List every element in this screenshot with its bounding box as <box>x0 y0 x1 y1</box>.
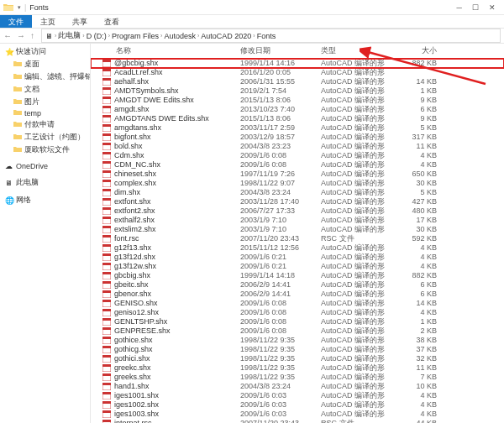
file-name: GENLTSHP.shx <box>114 317 240 326</box>
down-icon[interactable]: ▾ <box>18 4 21 11</box>
file-row[interactable]: g12f13.shx2015/11/12 12:56AutoCAD 编译的形4 … <box>91 243 504 253</box>
sidebar-item[interactable]: 厦欧软坛文件 <box>0 144 90 156</box>
close-button[interactable]: ✕ <box>489 3 496 12</box>
svg-rect-25 <box>102 170 111 173</box>
sidebar-item[interactable]: temp <box>0 108 90 118</box>
sidebar-item-label: 厦欧软坛文件 <box>24 144 70 155</box>
addressbar: ← → ↑ 🖥 › 此电脑 › D (D:) › Program Files ›… <box>0 29 504 44</box>
file-row[interactable]: gbenor.shx2006/2/9 14:41AutoCAD 编译的形6 KB <box>91 290 504 299</box>
file-row[interactable]: complex.shx1998/11/22 9:07AutoCAD 编译的形30… <box>91 179 504 188</box>
file-row[interactable]: GENISO.shx2009/1/6 0:08AutoCAD 编译的形14 KB <box>91 299 504 308</box>
file-type: AutoCAD 编译的形 <box>321 133 395 142</box>
back-button[interactable]: ← <box>3 31 12 40</box>
file-row[interactable]: amgdtans.shx2003/11/17 2:59AutoCAD 编译的形5… <box>91 123 504 133</box>
sidebar-item[interactable]: 工艺设计（约图） <box>0 131 90 144</box>
file-type: AutoCAD 编译的形 <box>321 382 395 391</box>
file-row[interactable]: AMGDTANS DWE Edits.shx2015/1/13 8:06Auto… <box>91 114 504 123</box>
separator: | <box>24 3 26 12</box>
file-row[interactable]: iges1003.shx2009/1/6 0:03AutoCAD 编译的形4 K… <box>91 410 504 419</box>
file-row[interactable]: iges1002.shx2009/1/6 0:03AutoCAD 编译的形4 K… <box>91 400 504 410</box>
column-name[interactable]: 名称 <box>116 45 240 56</box>
file-row[interactable]: AcadLt.ref.shx2016/1/20 0:05AutoCAD 编译的形 <box>91 68 504 77</box>
file-row[interactable]: greeks.shx1998/11/22 9:35AutoCAD 编译的形7 K… <box>91 373 504 382</box>
file-row[interactable]: gbcbig.shx1999/1/14 14:18AutoCAD 编译的形882… <box>91 271 504 280</box>
file-row[interactable]: geniso12.shx2009/1/6 0:08AutoCAD 编译的形4 K… <box>91 308 504 317</box>
file-row[interactable]: extfont2.shx2006/7/27 17:33AutoCAD 编译的形4… <box>91 206 504 216</box>
column-type[interactable]: 类型 <box>321 45 395 56</box>
file-row[interactable]: GENPRESE.shx2009/1/6 0:08AutoCAD 编译的形2 K… <box>91 326 504 336</box>
file-row[interactable]: AMGDT DWE Edits.shx2015/1/13 8:06AutoCAD… <box>91 96 504 105</box>
file-row[interactable]: chineset.shx1997/11/19 7:26AutoCAD 编译的形6… <box>91 170 504 179</box>
file-row[interactable]: internat.rsc2007/11/20 23:43RSC 文件44 KB <box>91 419 504 423</box>
crumb[interactable]: AutoCAD 2020 <box>201 32 251 40</box>
tab-view[interactable]: 查看 <box>96 15 128 28</box>
file-row[interactable]: font.rsc2007/11/20 23:43RSC 文件592 KB <box>91 234 504 243</box>
crumb[interactable]: Fonts <box>257 32 276 40</box>
file-date: 1999/1/14 14:16 <box>240 59 321 68</box>
crumb[interactable]: Autodesk <box>164 32 196 40</box>
file-row[interactable]: hand1.shx2004/3/8 23:24AutoCAD 编译的形10 KB <box>91 382 504 391</box>
sidebar-item[interactable]: 文档 <box>0 83 90 96</box>
sidebar-network[interactable]: 🌐网络 <box>0 194 90 206</box>
file-row[interactable]: gothice.shx1998/11/22 9:35AutoCAD 编译的形38… <box>91 336 504 345</box>
file-row[interactable]: iges1001.shx2009/1/6 0:03AutoCAD 编译的形4 K… <box>91 391 504 400</box>
file-row[interactable]: gothicg.shx1998/11/22 9:35AutoCAD 编译的形37… <box>91 345 504 354</box>
file-type: AutoCAD 编译的形 <box>321 179 395 188</box>
sidebar-quick-access[interactable]: ⭐快速访问 <box>0 45 90 58</box>
svg-rect-7 <box>102 87 111 90</box>
up-button[interactable]: ↑ <box>30 31 34 40</box>
file-row[interactable]: greekc.shx1998/11/22 9:35AutoCAD 编译的形11 … <box>91 363 504 373</box>
file-name: complex.shx <box>114 179 240 188</box>
sidebar-item[interactable]: 付款申请 <box>0 118 90 131</box>
file-row[interactable]: CDM_NC.shx2009/1/6 0:08AutoCAD 编译的形4 KB <box>91 160 504 170</box>
folder-icon <box>13 133 22 142</box>
sidebar-onedrive[interactable]: ☁OneDrive <box>0 161 90 171</box>
tab-file[interactable]: 文件 <box>0 15 32 28</box>
file-row[interactable]: extfont.shx2003/11/28 17:40AutoCAD 编译的形4… <box>91 197 504 206</box>
file-row[interactable]: gbeitc.shx2006/2/9 14:41AutoCAD 编译的形6 KB <box>91 280 504 290</box>
file-row[interactable]: @gbcbig.shx1999/1/14 14:16AutoCAD 编译的形88… <box>91 59 504 68</box>
file-size: 427 KB <box>395 197 437 206</box>
sidebar-item[interactable]: 编辑、滤镜、抨爆销料8.11 <box>0 70 90 83</box>
file-date: 2009/1/6 0:08 <box>240 326 321 336</box>
file-date: 2006/1/31 15:55 <box>240 77 321 86</box>
forward-button[interactable]: → <box>17 31 25 40</box>
column-date[interactable]: 修改日期 <box>240 45 321 56</box>
file-row[interactable]: bold.shx2004/3/8 23:23AutoCAD 编译的形11 KB <box>91 142 504 151</box>
crumb[interactable]: 此电脑 <box>58 30 81 41</box>
file-date: 2009/1/6 0:03 <box>240 391 321 400</box>
sidebar-item-label: temp <box>24 109 41 118</box>
column-size[interactable]: 大小 <box>395 45 437 56</box>
file-row[interactable]: amgdt.shx2013/10/23 7:40AutoCAD 编译的形6 KB <box>91 105 504 114</box>
file-icon <box>102 152 111 159</box>
svg-rect-9 <box>102 97 111 99</box>
sidebar-item[interactable]: 桌面 <box>0 58 90 70</box>
file-row[interactable]: gothici.shx1998/11/22 9:35AutoCAD 编译的形32… <box>91 354 504 363</box>
file-row[interactable]: extslim2.shx2003/1/9 7:10AutoCAD 编译的形30 … <box>91 225 504 234</box>
file-row[interactable]: aehalf.shx2006/1/31 15:55AutoCAD 编译的形14 … <box>91 77 504 86</box>
file-row[interactable]: Cdm.shx2009/1/6 0:08AutoCAD 编译的形4 KB <box>91 151 504 160</box>
file-row[interactable]: g13f12d.shx2009/1/6 0:21AutoCAD 编译的形4 KB <box>91 253 504 262</box>
sidebar-item[interactable]: 图片 <box>0 96 90 108</box>
file-row[interactable]: AMDTSymbols.shx2019/2/1 7:54AutoCAD 编译的形… <box>91 86 504 96</box>
svg-rect-23 <box>102 161 111 164</box>
file-row[interactable]: GENLTSHP.shx2009/1/6 0:08AutoCAD 编译的形1 K… <box>91 317 504 326</box>
crumb[interactable]: Program Files <box>112 32 159 40</box>
file-icon <box>102 226 111 233</box>
file-row[interactable]: bigfont.shx2003/12/9 18:57AutoCAD 编译的形31… <box>91 133 504 142</box>
breadcrumb[interactable]: 🖥 › 此电脑 › D (D:) › Program Files › Autod… <box>41 29 501 43</box>
tab-home[interactable]: 主页 <box>32 15 64 28</box>
file-row[interactable]: exthalf2.shx2003/1/9 7:10AutoCAD 编译的形17 … <box>91 216 504 225</box>
tab-share[interactable]: 共享 <box>64 15 96 28</box>
file-type: AutoCAD 编译的形 <box>321 391 395 400</box>
file-date: 2016/1/20 0:05 <box>240 68 321 77</box>
maximize-button[interactable]: ☐ <box>472 3 479 12</box>
folder-icon <box>3 3 13 12</box>
file-row[interactable]: dim.shx2004/3/8 23:24AutoCAD 编译的形5 KB <box>91 188 504 197</box>
crumb[interactable]: D (D:) <box>87 32 107 40</box>
file-icon <box>102 401 111 409</box>
sidebar-thispc[interactable]: 🖥此电脑 <box>0 176 90 189</box>
minimize-button[interactable]: ─ <box>457 3 462 12</box>
file-name: gbenor.shx <box>114 290 240 299</box>
file-row[interactable]: g13f12w.shx2009/1/6 0:21AutoCAD 编译的形4 KB <box>91 262 504 271</box>
